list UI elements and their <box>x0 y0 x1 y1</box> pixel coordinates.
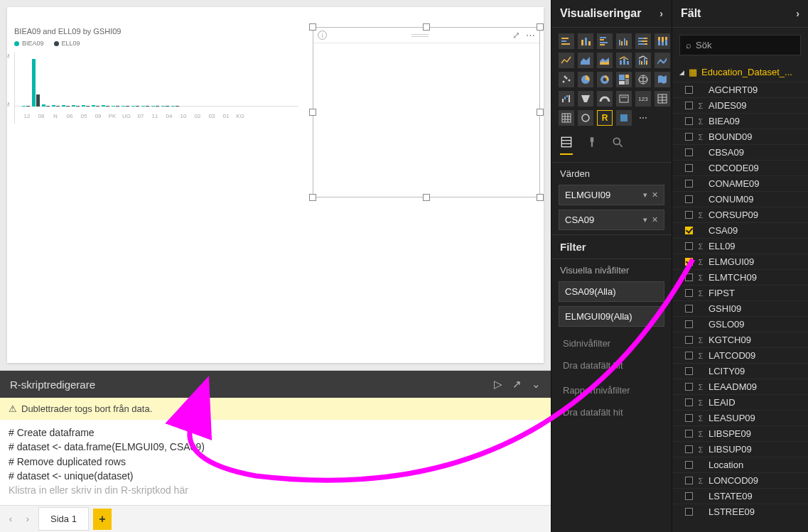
chevron-right-icon[interactable]: › <box>659 8 663 19</box>
remove-icon[interactable]: ✕ <box>652 215 658 224</box>
checkbox[interactable] <box>685 336 693 344</box>
r-script-visual[interactable]: i ⤢ ⋯ <box>313 27 540 197</box>
popout-icon[interactable]: ↗ <box>512 378 522 391</box>
stacked-bar100-icon[interactable] <box>635 33 651 49</box>
field-row[interactable]: GSLO09 <box>672 316 808 332</box>
stacked-bar-icon[interactable] <box>559 33 574 49</box>
page-tab[interactable]: Sida 1 <box>38 507 89 531</box>
field-row[interactable]: GSHI09 <box>672 300 808 316</box>
checkbox[interactable] <box>685 258 693 266</box>
collapse-icon[interactable]: ⌄ <box>532 378 541 391</box>
checkbox[interactable] <box>685 289 693 297</box>
kpi-icon[interactable]: 123 <box>635 91 651 107</box>
expand-icon[interactable]: ◢ <box>679 69 684 76</box>
waterfall-icon[interactable] <box>559 91 574 107</box>
chevron-right-icon[interactable]: › <box>796 8 799 19</box>
stacked-column-icon[interactable] <box>578 33 593 49</box>
more-visuals-icon[interactable]: ⋯ <box>635 110 651 126</box>
stacked-area-icon[interactable] <box>597 53 613 68</box>
field-row[interactable]: ΣLIBSUP09 <box>672 441 808 457</box>
bar-chart-visual[interactable]: BIEA09 and ELL09 by GSHI09 BIEA09 ELL09 … <box>14 27 298 155</box>
checkbox[interactable] <box>685 320 693 328</box>
checkbox[interactable] <box>685 273 693 281</box>
table-icon[interactable] <box>655 91 670 107</box>
donut-icon[interactable] <box>597 72 613 87</box>
chevron-down-icon[interactable]: ▾ <box>643 190 647 200</box>
field-row[interactable]: Location <box>672 457 808 472</box>
remove-icon[interactable]: ✕ <box>652 190 658 200</box>
field-row[interactable]: CONUM09 <box>672 191 808 207</box>
checkbox[interactable] <box>685 180 693 188</box>
drop-hint[interactable]: Dra datafält hit <box>559 403 664 422</box>
resize-handle[interactable] <box>423 23 430 31</box>
checkbox[interactable] <box>685 86 693 94</box>
checkbox[interactable] <box>685 492 693 500</box>
resize-handle[interactable] <box>309 23 316 31</box>
combo-chart2-icon[interactable] <box>635 53 651 68</box>
checkbox[interactable] <box>685 445 693 453</box>
checkbox[interactable] <box>685 383 693 391</box>
field-row[interactable]: ΣLONCOD09 <box>672 472 808 488</box>
fields-tab-icon[interactable] <box>560 136 573 155</box>
checkbox[interactable] <box>685 367 693 375</box>
combo-chart-icon[interactable] <box>616 53 632 68</box>
checkbox[interactable] <box>685 164 693 172</box>
checkbox[interactable] <box>685 430 693 438</box>
area-chart-icon[interactable] <box>578 53 593 68</box>
resize-handle[interactable] <box>423 194 430 201</box>
field-row[interactable]: LCITY09 <box>672 363 808 379</box>
field-row[interactable]: LSTATE09 <box>672 488 808 504</box>
field-row[interactable]: ΣLIBSPE09 <box>672 425 808 441</box>
field-row[interactable]: CBSA09 <box>672 144 808 160</box>
next-page-icon[interactable]: › <box>21 514 34 524</box>
field-row[interactable]: ΣLATCOD09 <box>672 347 808 363</box>
map-icon[interactable] <box>635 72 651 87</box>
resize-handle[interactable] <box>537 194 544 201</box>
format-tab-icon[interactable] <box>586 136 598 155</box>
clustered-bar-icon[interactable] <box>597 33 613 49</box>
clustered-column-icon[interactable] <box>616 33 632 49</box>
checkbox[interactable] <box>685 477 693 484</box>
funnel-icon[interactable] <box>578 91 593 107</box>
table-header[interactable]: ◢ ▦ Education_Dataset_... <box>672 63 808 82</box>
analytics-tab-icon[interactable] <box>611 136 624 155</box>
card-icon[interactable] <box>616 91 632 107</box>
field-row[interactable]: ΣFIPST <box>672 285 808 300</box>
checkbox[interactable] <box>685 242 693 250</box>
treemap-icon[interactable] <box>616 72 632 87</box>
field-row[interactable]: CDCODE09 <box>672 160 808 175</box>
checkbox[interactable] <box>685 398 693 406</box>
field-row[interactable]: ΣLEAID <box>672 394 808 410</box>
checkbox[interactable] <box>685 195 693 203</box>
field-row[interactable]: ΣLEAADM09 <box>672 379 808 394</box>
checkbox[interactable] <box>685 148 693 156</box>
stacked-col100-icon[interactable] <box>655 33 670 49</box>
checkbox[interactable] <box>685 352 693 359</box>
filter-well[interactable]: CSA09(Alla) <box>559 281 664 302</box>
checkbox[interactable] <box>685 133 693 141</box>
field-row[interactable]: ΣELMTCH09 <box>672 269 808 285</box>
ribbon-icon[interactable] <box>655 53 670 68</box>
line-chart-icon[interactable] <box>559 53 574 68</box>
checkbox[interactable] <box>685 117 693 125</box>
run-script-icon[interactable]: ▷ <box>494 378 502 391</box>
checkbox[interactable] <box>685 102 693 109</box>
field-row[interactable]: ΣAIDES09 <box>672 97 808 113</box>
prev-page-icon[interactable]: ‹ <box>4 514 17 524</box>
field-row[interactable]: CONAME09 <box>672 175 808 191</box>
search-input[interactable]: ⌕ Sök <box>679 35 801 55</box>
field-row[interactable]: ΣBOUND09 <box>672 129 808 144</box>
filter-well[interactable]: ELMGUI09(Alla) <box>559 306 664 327</box>
field-row[interactable]: ΣBIEA09 <box>672 113 808 129</box>
drop-hint[interactable]: Dra datafält hit <box>559 356 664 375</box>
field-row[interactable]: ΣELMGUI09 <box>672 254 808 269</box>
checkbox[interactable] <box>685 461 693 469</box>
field-row[interactable]: LSTREE09 <box>672 504 808 519</box>
field-row[interactable]: AGCHRT09 <box>672 82 808 97</box>
resize-handle[interactable] <box>309 194 316 201</box>
r-visual-icon[interactable]: R <box>597 110 613 126</box>
pie-icon[interactable] <box>578 72 593 87</box>
gauge-icon[interactable] <box>597 91 613 107</box>
chevron-down-icon[interactable]: ▾ <box>643 215 647 224</box>
slicer-icon[interactable] <box>578 110 593 126</box>
